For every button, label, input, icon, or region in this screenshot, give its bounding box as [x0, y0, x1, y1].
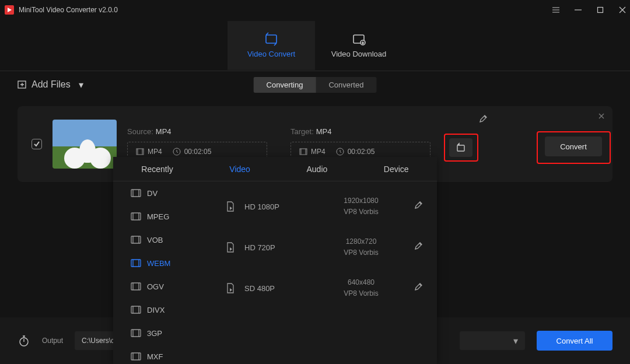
svg-rect-9: [457, 145, 464, 151]
target-format: MP4: [316, 127, 332, 136]
format-item-vob[interactable]: VOB: [113, 228, 211, 251]
format-item-mpeg[interactable]: MPEG: [113, 205, 211, 228]
output-format-dropdown[interactable]: ▾: [460, 331, 525, 350]
profile-name: HD 720P: [244, 243, 309, 252]
source-format: MP4: [156, 127, 172, 136]
tab-video-download[interactable]: Video Download: [315, 21, 402, 70]
format-item-3gp[interactable]: 3GP: [113, 321, 211, 345]
stopwatch-icon[interactable]: [18, 334, 30, 347]
menu-icon[interactable]: [552, 6, 560, 14]
chevron-down-icon[interactable]: ▾: [79, 79, 83, 90]
popup-tabs: Recently Video Audio Device: [113, 157, 437, 181]
popup-tab-audio[interactable]: Audio: [302, 159, 332, 180]
target-label: Target:: [290, 127, 314, 136]
svg-rect-0: [598, 8, 603, 13]
seg-converted[interactable]: Converted: [316, 77, 376, 93]
mode-tabs: Video Convert Video Download: [0, 20, 630, 71]
add-files-label: Add Files: [32, 79, 71, 90]
format-popup: Recently Video Audio Device DVMPEGVOBWEB…: [113, 157, 437, 364]
convert-button-label: Convert: [560, 142, 587, 151]
tab-video-convert[interactable]: Video Convert: [228, 21, 315, 70]
source-box-fmt: MP4: [148, 148, 162, 156]
seg-converting[interactable]: Converting: [254, 77, 316, 93]
format-item-webm[interactable]: WEBM: [113, 251, 211, 275]
profile-meta: 640x480VP8 Vorbis: [317, 277, 405, 299]
window-controls: [552, 6, 626, 14]
tab-video-download-label: Video Download: [331, 50, 386, 58]
convert-all-button[interactable]: Convert All: [537, 331, 612, 351]
source-label: Source:: [127, 127, 153, 136]
popup-tab-recently[interactable]: Recently: [136, 159, 177, 180]
edit-target-icon[interactable]: [478, 114, 488, 126]
app-logo-icon: [5, 5, 14, 15]
format-item-mxf[interactable]: MXF: [113, 345, 211, 364]
format-item-dv[interactable]: DV: [113, 181, 211, 205]
edit-profile-icon[interactable]: [414, 282, 423, 294]
profile-meta: 1920x1080VP8 Vorbis: [317, 195, 405, 218]
minimize-icon[interactable]: [574, 6, 582, 14]
add-files-button[interactable]: Add Files ▾: [18, 79, 83, 90]
file-video-icon: [225, 201, 236, 212]
status-segmented: Converting Converted: [254, 77, 377, 93]
profile-row[interactable]: SD 480P640x480VP8 Vorbis: [211, 268, 437, 309]
profile-name: SD 480P: [244, 284, 309, 293]
convert-button[interactable]: Convert: [545, 136, 602, 156]
profile-row[interactable]: HD 720P1280x720VP8 Vorbis: [211, 227, 437, 268]
profile-name: HD 1080P: [244, 202, 309, 211]
subbar: Add Files ▾ Converting Converted: [0, 71, 630, 98]
format-item-ogv[interactable]: OGV: [113, 275, 211, 298]
source-column: Source: MP4 MP4 00:02:05: [127, 127, 267, 162]
svg-rect-1: [266, 35, 276, 43]
profile-list: HD 1080P1920x1080VP8 VorbisHD 720P1280x7…: [211, 181, 437, 364]
popup-tab-device[interactable]: Device: [379, 159, 414, 180]
titlebar-left: MiniTool Video Converter v2.0.0: [5, 5, 118, 15]
convert-all-label: Convert All: [556, 337, 593, 345]
profile-row[interactable]: HD 1080P1920x1080VP8 Vorbis: [211, 186, 437, 227]
format-list[interactable]: DVMPEGVOBWEBMOGVDIVX3GPMXF: [113, 181, 211, 364]
remove-task-icon[interactable]: [597, 112, 606, 123]
video-thumbnail: [52, 120, 117, 169]
edit-profile-icon[interactable]: [414, 201, 423, 212]
app-title: MiniTool Video Converter v2.0.0: [19, 6, 118, 14]
task-checkbox[interactable]: [32, 139, 42, 149]
tab-video-convert-label: Video Convert: [247, 50, 295, 58]
file-video-icon: [225, 242, 236, 253]
maximize-icon[interactable]: [596, 6, 604, 14]
task-settings-button[interactable]: [449, 138, 473, 157]
popup-tab-video[interactable]: Video: [225, 159, 255, 180]
target-column: Target: MP4 MP4 00:02:05: [290, 127, 430, 162]
edit-profile-icon[interactable]: [414, 242, 423, 253]
target-box-time: 00:02:05: [348, 148, 375, 156]
close-icon[interactable]: [618, 6, 626, 14]
titlebar: MiniTool Video Converter v2.0.0: [0, 0, 630, 20]
source-box-time: 00:02:05: [184, 148, 212, 156]
format-item-divx[interactable]: DIVX: [113, 298, 211, 321]
file-video-icon: [225, 282, 236, 294]
profile-meta: 1280x720VP8 Vorbis: [317, 236, 405, 258]
output-label: Output: [42, 337, 63, 345]
target-box-fmt: MP4: [311, 148, 326, 156]
